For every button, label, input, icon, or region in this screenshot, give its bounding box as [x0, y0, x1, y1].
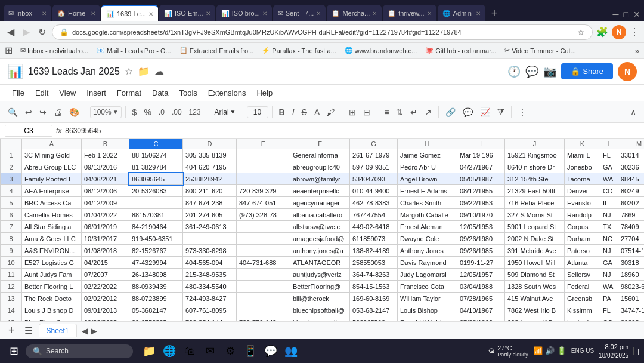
table-cell[interactable]: 800-211-620 [183, 185, 237, 197]
bookmark-inbox[interactable]: ✉ Inbox - neilvirtualro... [17, 45, 91, 56]
table-cell[interactable] [237, 221, 290, 233]
search-tool-icon[interactable]: 🔍 [5, 106, 21, 119]
star-icon[interactable]: ☆ [577, 27, 585, 37]
strikethrough-icon[interactable]: S [299, 106, 310, 119]
menu-icon[interactable]: ⋮ [630, 26, 639, 38]
table-cell[interactable]: 053-68-2147 [350, 304, 398, 316]
table-cell[interactable]: 3C Mining Gold [22, 149, 82, 161]
tab-admin[interactable]: 🌐 Admin ✕ [438, 5, 485, 21]
table-cell[interactable]: 88-0723899 [129, 293, 183, 304]
taskbar-mail-app[interactable]: ✉ [201, 342, 219, 360]
table-cell[interactable] [237, 233, 290, 245]
italic-icon[interactable]: I [289, 106, 298, 119]
highlight-icon[interactable]: 🖍 [324, 106, 338, 119]
tab-leads-close[interactable]: ✕ [148, 11, 153, 17]
table-cell[interactable]: Durham [565, 233, 600, 245]
table-cell[interactable]: 08/12/1955 [457, 185, 505, 197]
row-number[interactable]: 12 [1, 281, 22, 293]
col-header-H[interactable]: H [398, 139, 457, 149]
table-cell[interactable]: 7869 [618, 209, 645, 221]
table-cell[interactable]: 404-565-094 [183, 257, 237, 269]
align-icon[interactable]: ≡ [381, 106, 392, 119]
table-cell[interactable]: 82-1526767 [129, 245, 183, 257]
reload-button[interactable]: ↻ [36, 25, 48, 39]
tab-admin-close[interactable]: ✕ [476, 10, 481, 17]
tab-home-close[interactable]: ✕ [91, 10, 95, 17]
table-cell[interactable]: Jonesbo [565, 161, 600, 173]
taskbar-teams[interactable]: 👥 [282, 342, 300, 360]
row-number[interactable]: 4 [1, 185, 22, 197]
table-cell[interactable]: 863095645 [129, 173, 183, 185]
share-button[interactable]: 🔒 Share [561, 63, 613, 79]
table-cell[interactable]: 09/23/2005 [82, 316, 129, 322]
table-cell[interactable]: 05/05/1987 [457, 173, 505, 185]
table-cell[interactable]: 724-493-8427 [183, 293, 237, 304]
text-color-icon[interactable]: A [311, 106, 323, 119]
camera-icon[interactable]: 📷 [543, 65, 556, 78]
tab-sent[interactable]: ✉ Sent - 7... ✕ [273, 5, 326, 21]
start-button[interactable]: ⊞ [5, 344, 23, 358]
table-cell[interactable]: IL [600, 197, 618, 209]
tab-thrive[interactable]: 📋 thrivew... ✕ [383, 5, 436, 21]
sheet-next-arrow[interactable]: ▶ [91, 326, 97, 336]
table-cell[interactable]: 404-731-688 [237, 257, 290, 269]
table-cell[interactable]: 80603 [618, 316, 645, 322]
table-cell[interactable]: 30318 [618, 257, 645, 269]
menu-help[interactable]: Help [252, 86, 277, 100]
table-cell[interactable]: 449-02-6418 [350, 221, 398, 233]
row-number[interactable]: 9 [1, 245, 22, 257]
cloud-icon[interactable]: ☁ [154, 66, 164, 77]
currency-icon[interactable]: $ [129, 106, 140, 119]
table-cell[interactable]: 02/02/2012 [82, 293, 129, 304]
table-cell[interactable]: Corpus [565, 221, 600, 233]
table-cell[interactable]: 919-450-6351 [129, 233, 183, 245]
table-cell[interactable]: auntjudys@veriz [290, 269, 350, 281]
row-number[interactable]: 11 [1, 269, 22, 281]
table-cell[interactable]: 09/26/1985 [457, 245, 505, 257]
tab-iso-bro[interactable]: 📊 ISO bro... ✕ [216, 5, 272, 21]
table-cell[interactable]: 98023-6940 [618, 281, 645, 293]
tab-iso-bro-close[interactable]: ✕ [262, 10, 267, 17]
menu-file[interactable]: File [7, 86, 29, 100]
bookmark-extracted[interactable]: 📋 Extracted Emails fro... [177, 45, 257, 56]
table-cell[interactable]: Davis Raymond [398, 257, 457, 269]
table-cell[interactable]: 847-674-051 [237, 197, 290, 209]
table-cell[interactable]: abrown@familyr [290, 173, 350, 185]
table-cell[interactable]: 534047093 [350, 173, 398, 185]
table-cell[interactable]: 203 Lonewolf Dr [505, 316, 565, 322]
menu-edit[interactable]: Edit [30, 86, 53, 100]
col-header-C[interactable]: C [129, 139, 183, 149]
font-family-control[interactable]: Arial ▼ [212, 106, 239, 118]
menu-format[interactable]: Format [112, 86, 146, 100]
tab-mail-close[interactable]: ✕ [42, 10, 47, 17]
table-cell[interactable]: Charles Smith [398, 197, 457, 209]
table-cell[interactable]: CO [600, 185, 618, 197]
table-cell[interactable]: WA [600, 281, 618, 293]
paint-format-icon[interactable]: 🎨 [66, 106, 82, 119]
table-cell[interactable]: NJ [600, 245, 618, 257]
table-cell[interactable]: 07/28/1962 [457, 316, 505, 322]
table-cell[interactable]: Federal [565, 281, 600, 293]
table-cell[interactable]: Patersо [565, 245, 600, 257]
tray-volume-icon[interactable]: 🔊 [545, 346, 555, 355]
table-cell[interactable]: 34747-1738 [618, 304, 645, 316]
table-cell[interactable]: 404-620-7195 [183, 161, 237, 173]
table-cell[interactable]: Generalinforma [290, 149, 350, 161]
table-cell[interactable]: Family Rooted L [22, 173, 82, 185]
table-cell[interactable]: 07/2007 [82, 269, 129, 281]
menu-view[interactable]: View [54, 86, 80, 100]
col-header-D[interactable]: D [183, 139, 237, 149]
font-size-control[interactable]: 10 [247, 106, 268, 118]
filter-icon[interactable]: ⧩ [494, 105, 507, 119]
table-cell[interactable]: 88-0939439 [129, 281, 183, 293]
table-cell[interactable]: Sellersv [565, 269, 600, 281]
table-cell[interactable]: Tacoma [565, 173, 600, 185]
table-cell[interactable]: agencymanager [290, 197, 350, 209]
table-cell[interactable] [237, 281, 290, 293]
tab-iso-em-close[interactable]: ✕ [206, 10, 210, 17]
table-cell[interactable]: 364-74-8263 [350, 269, 398, 281]
table-cell[interactable]: GA [600, 161, 618, 173]
table-cell[interactable]: NJ [600, 269, 618, 281]
table-cell[interactable]: 258550053 [350, 257, 398, 269]
sheet-menu-button[interactable]: ☰ [21, 325, 36, 336]
